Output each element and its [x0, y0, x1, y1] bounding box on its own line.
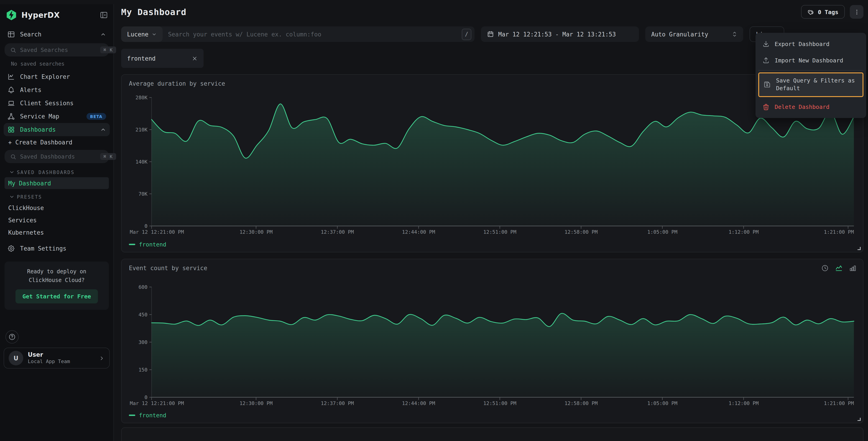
sidebar-item-clickhouse[interactable]: ClickHouse: [5, 202, 109, 214]
svg-text:0: 0: [145, 223, 148, 229]
create-dashboard-label: + Create Dashboard: [8, 139, 72, 146]
sidebar-item-chart-explorer[interactable]: Chart Explorer: [4, 70, 110, 83]
sidebar-item-services[interactable]: Services: [5, 214, 109, 226]
granularity-select[interactable]: Auto Granularity: [645, 26, 743, 42]
svg-text:1:05:00 PM: 1:05:00 PM: [647, 401, 677, 406]
sidebar-item-label: My Dashboard: [8, 180, 51, 186]
kebab-icon: [853, 8, 860, 15]
chevron-up-icon[interactable]: [100, 31, 106, 37]
user-menu[interactable]: U User Local App Team: [4, 348, 110, 369]
svg-text:12:30:00 PM: 12:30:00 PM: [240, 229, 273, 235]
menu-item-save-query-default[interactable]: Save Query & Filters as Default: [758, 72, 863, 97]
svg-text:1:12:00 PM: 1:12:00 PM: [728, 401, 759, 406]
svg-text:0: 0: [145, 394, 148, 400]
menu-item-delete-dashboard[interactable]: Delete Dashboard: [758, 99, 863, 115]
panel-toolbar: [821, 264, 857, 272]
date-range-picker[interactable]: Mar 12 12:21:53 - Mar 12 13:21:53: [481, 26, 639, 42]
slash-shortcut-key: /: [462, 28, 471, 40]
service-map-icon: [7, 113, 15, 120]
sidebar-item-client-sessions[interactable]: Client Sessions: [4, 96, 110, 110]
line-chart-event-count[interactable]: 6004503001500Mar 12 12:21:00 PM12:30:00 …: [129, 276, 856, 408]
saved-dashboards-search[interactable]: ⌘ K: [5, 150, 109, 163]
chevron-up-icon[interactable]: [100, 127, 106, 133]
section-label: SAVED DASHBOARDS: [17, 170, 75, 175]
svg-text:70K: 70K: [138, 191, 148, 197]
download-icon: [762, 40, 770, 48]
svg-text:12:44:00 PM: 12:44:00 PM: [402, 401, 435, 406]
sidebar-item-service-map[interactable]: Service Map BETA: [4, 110, 110, 123]
get-started-button[interactable]: Get Started for Free: [16, 289, 98, 303]
language-select[interactable]: Lucene: [121, 26, 162, 42]
menu-item-import-dashboard[interactable]: Import New Dashboard: [758, 52, 863, 68]
panel-resize-handle[interactable]: [856, 416, 861, 421]
saved-searches-input[interactable]: [20, 47, 97, 53]
gear-icon: [7, 245, 15, 253]
hyperdx-logo-icon: [5, 9, 17, 21]
chart-panel-avg-duration: Average duration by service 280K210K140K…: [121, 74, 863, 253]
sidebar-nav: Search ⌘ K No saved searches Chart Explo…: [0, 25, 114, 310]
dashboard-header: My Dashboard 0 Tags: [121, 4, 863, 20]
time-range-icon[interactable]: [821, 264, 829, 272]
sidebar-item-alerts[interactable]: Alerts: [4, 83, 110, 96]
menu-item-label: Save Query & Filters as Default: [776, 77, 859, 92]
menu-item-export-dashboard[interactable]: Export Dashboard: [758, 35, 863, 52]
page-title: My Dashboard: [121, 7, 801, 17]
sidebar-item-search[interactable]: Search: [4, 28, 110, 41]
chart-explorer-icon: [7, 73, 15, 81]
line-chart-avg-duration[interactable]: 280K210K140K70K0Mar 12 12:21:00 PM12:30:…: [129, 91, 856, 237]
save-icon: [763, 81, 771, 89]
table-icon: [7, 31, 15, 38]
section-presets[interactable]: PRESETS: [4, 189, 110, 201]
chart-title: Event count by service: [129, 265, 856, 276]
avatar: U: [9, 351, 23, 365]
user-team: Local App Team: [28, 359, 94, 365]
panel-resize-handle[interactable]: [856, 245, 861, 250]
chevron-down-icon: [9, 170, 14, 175]
chip-label: frontend: [127, 55, 156, 62]
chevron-right-icon: [99, 355, 105, 361]
svg-text:210K: 210K: [135, 127, 148, 133]
create-dashboard-button[interactable]: + Create Dashboard: [4, 136, 110, 148]
sidebar-item-dashboards[interactable]: Dashboards: [4, 123, 110, 136]
area-chart-icon[interactable]: [835, 264, 843, 272]
user-meta: User Local App Team: [28, 351, 94, 365]
filter-chip-frontend[interactable]: frontend: [121, 49, 204, 68]
event-search-input[interactable]: [162, 31, 462, 37]
chevron-down-icon: [9, 194, 14, 200]
svg-text:280K: 280K: [135, 95, 148, 100]
tags-count-label: 0 Tags: [818, 8, 838, 15]
sidebar-item-label: Services: [8, 217, 37, 224]
svg-text:1:21:00 PM: 1:21:00 PM: [824, 401, 854, 406]
sidebar-item-kubernetes[interactable]: Kubernetes: [5, 227, 109, 238]
search-icon: [10, 47, 17, 53]
dashboard-context-menu: Export Dashboard Import New Dashboard Sa…: [755, 33, 866, 118]
svg-text:600: 600: [138, 284, 148, 290]
sidebar-collapse-icon[interactable]: [100, 11, 108, 19]
sidebar-item-team-settings[interactable]: Team Settings: [4, 242, 110, 255]
bar-chart-icon[interactable]: [849, 264, 857, 272]
saved-searches-search[interactable]: ⌘ K: [5, 43, 109, 57]
svg-text:450: 450: [138, 312, 148, 318]
tags-button[interactable]: 0 Tags: [801, 5, 845, 19]
close-icon[interactable]: [192, 55, 198, 61]
main-content: My Dashboard 0 Tags Lucene: [114, 4, 868, 441]
svg-text:Mar 12 12:21:00 PM: Mar 12 12:21:00 PM: [130, 229, 184, 235]
question-mark-icon: [8, 333, 16, 341]
calendar-icon: [487, 31, 494, 38]
dashboard-menu-button[interactable]: [850, 5, 863, 19]
app-title: HyperDX: [22, 11, 96, 19]
svg-text:12:44:00 PM: 12:44:00 PM: [402, 229, 435, 235]
next-panel-edge: [121, 427, 863, 441]
section-saved-dashboards[interactable]: SAVED DASHBOARDS: [4, 165, 110, 177]
svg-text:12:30:00 PM: 12:30:00 PM: [240, 401, 273, 406]
chart-legend: frontend: [129, 410, 856, 420]
saved-dashboards-input[interactable]: [20, 153, 97, 160]
svg-text:12:58:00 PM: 12:58:00 PM: [564, 401, 597, 406]
svg-text:12:51:00 PM: 12:51:00 PM: [483, 401, 516, 406]
svg-text:12:58:00 PM: 12:58:00 PM: [564, 229, 597, 235]
sidebar-item-label: Kubernetes: [8, 229, 44, 236]
svg-text:140K: 140K: [135, 159, 148, 165]
help-button[interactable]: [5, 330, 19, 344]
sidebar-item-my-dashboard[interactable]: My Dashboard: [5, 177, 109, 189]
menu-item-label: Import New Dashboard: [775, 57, 859, 63]
